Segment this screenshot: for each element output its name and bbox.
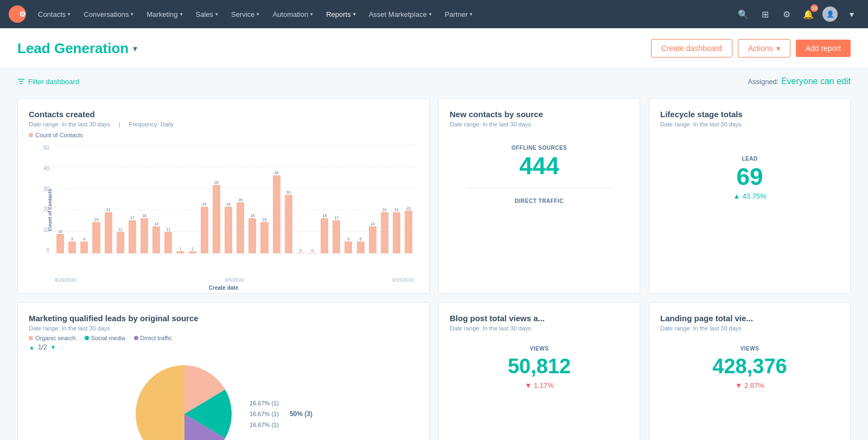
bar-value-label: 6 (360, 237, 362, 241)
landing-page-date: Date range: In the last 30 days (660, 325, 839, 331)
bar (297, 253, 304, 253)
chevron-down-icon: ▾ (68, 11, 71, 17)
bar (68, 241, 76, 253)
bar-col: 1 (187, 247, 198, 253)
title-dropdown-icon[interactable]: ▾ (133, 43, 137, 54)
blog-post-title: Blog post total views a... (450, 314, 629, 323)
bar-col: 21 (391, 208, 402, 253)
bar-col: 6 (67, 237, 78, 253)
blog-post-date: Date range: In the last 30 days (450, 325, 629, 331)
bar-col: 10 (55, 229, 66, 253)
actions-button[interactable]: Actions ▾ (738, 39, 790, 58)
bar-col: 18 (247, 214, 258, 253)
hubspot-logo[interactable]: ⚙ (9, 5, 26, 23)
bar-value-label: 11 (166, 227, 170, 231)
nav-asset-marketplace[interactable]: Asset Marketplace ▾ (363, 7, 437, 22)
bar-value-label: 6 (347, 237, 349, 241)
actions-chevron-icon: ▾ (776, 44, 780, 53)
bar-value-label: 14 (371, 222, 375, 226)
xaxis-title: Create date (29, 285, 418, 291)
nav-reports[interactable]: Reports ▾ (321, 7, 361, 22)
bar-value-label: 21 (394, 208, 399, 212)
bar (369, 226, 376, 253)
grid-icon[interactable]: ⊞ (757, 7, 773, 22)
pie-chart (130, 360, 239, 440)
bar-col: 21 (379, 208, 390, 253)
filter-dashboard-button[interactable]: Filter dashboard (17, 78, 79, 86)
bar-col: 14 (151, 222, 162, 253)
bar (141, 218, 148, 253)
nav-contacts[interactable]: Contacts ▾ (33, 7, 76, 22)
bar-col: 24 (199, 202, 210, 253)
nav-partner[interactable]: Partner ▾ (439, 7, 478, 22)
nav-icons: 🔍 ⊞ ⚙ 🔔 19 👤 ▾ (736, 7, 859, 22)
bar-col: 40 (271, 171, 282, 253)
bar-col: 11 (115, 227, 126, 253)
blog-metric-value: 50,812 (508, 355, 571, 378)
bar (344, 241, 352, 253)
page-title-wrap: Lead Generation ▾ (17, 40, 137, 57)
legend-direct: Direct traffic (134, 335, 172, 341)
assigned-value[interactable]: Everyone can edit (781, 76, 851, 86)
bar-col: 21 (103, 208, 114, 253)
dashboard-grid: Contacts created Date range: In the last… (17, 98, 851, 440)
nav-conversations[interactable]: Conversations ▾ (78, 7, 139, 22)
page-header: Lead Generation ▾ Create dashboard Actio… (0, 28, 868, 69)
bar-chart: Count of Contacts (29, 145, 418, 275)
pie-label-right: 16.67% (1) (250, 411, 279, 417)
bar-value-label: 10 (58, 229, 62, 233)
chevron-down-icon: ▾ (215, 11, 218, 17)
pie-next-icon[interactable]: ▼ (50, 344, 56, 350)
nav-sales[interactable]: Sales ▾ (190, 7, 224, 22)
user-menu-chevron[interactable]: ▾ (844, 7, 859, 22)
bar-value-label: 24 (202, 202, 207, 206)
metric-divider (468, 188, 611, 188)
bar-value-label: 21 (382, 208, 387, 212)
bar-col: 22 (403, 206, 414, 253)
bar (285, 195, 292, 253)
landing-metric-label: VIEWS (741, 346, 760, 352)
bar-value-label: 21 (106, 208, 111, 212)
bar (309, 253, 316, 253)
bar (321, 218, 328, 253)
bar-value-label: 11 (118, 227, 123, 231)
settings-icon[interactable]: ⚙ (779, 7, 794, 22)
marketing-ql-title: Marketing qualified leads by original so… (29, 314, 418, 323)
bar-col: 6 (343, 237, 354, 253)
user-avatar[interactable]: 👤 (822, 7, 838, 22)
contacts-created-title: Contacts created (29, 110, 418, 119)
create-dashboard-button[interactable]: Create dashboard (651, 39, 732, 58)
bar-value-label: 16 (263, 218, 267, 221)
add-report-button[interactable]: Add report (796, 40, 851, 57)
up-arrow-icon: ▲ (733, 192, 741, 200)
legend-organic: Organic search (29, 335, 76, 341)
nav-automation[interactable]: Automation ▾ (267, 7, 318, 22)
new-contacts-card: New contacts by source Date range: In th… (438, 98, 640, 294)
bar (405, 211, 412, 253)
bar-col: 1 (175, 247, 186, 253)
bar-value-label: 6 (71, 237, 73, 241)
pie-prev-icon[interactable]: ▲ (29, 344, 35, 350)
down-arrow-icon: ▼ (735, 381, 742, 390)
bar (237, 202, 244, 253)
bar (381, 212, 388, 253)
bar (260, 222, 268, 253)
bar-value-label: 18 (322, 214, 327, 218)
filter-icon (17, 78, 25, 85)
landing-page-title: Landing page total vie... (660, 314, 839, 323)
notifications-icon[interactable]: 🔔 19 (801, 7, 816, 22)
notification-badge: 19 (810, 4, 818, 12)
bar (225, 207, 232, 253)
pie-label-bottom-right: 16.67% (1) (250, 422, 279, 428)
bar-value-label: 40 (275, 171, 279, 175)
new-contacts-date: Date range: In the last 30 days (450, 121, 629, 127)
nav-marketing[interactable]: Marketing ▾ (141, 7, 188, 22)
bar-value-label: 26 (238, 198, 242, 202)
marketing-ql-date: Date range: In the last 30 days (29, 325, 418, 331)
nav-service[interactable]: Service ▾ (226, 7, 265, 22)
search-icon[interactable]: 🔍 (736, 7, 751, 22)
bar (152, 226, 160, 253)
down-arrow-icon: ▼ (525, 381, 532, 390)
bar (129, 220, 136, 253)
bar-value-label: 6 (83, 237, 85, 241)
